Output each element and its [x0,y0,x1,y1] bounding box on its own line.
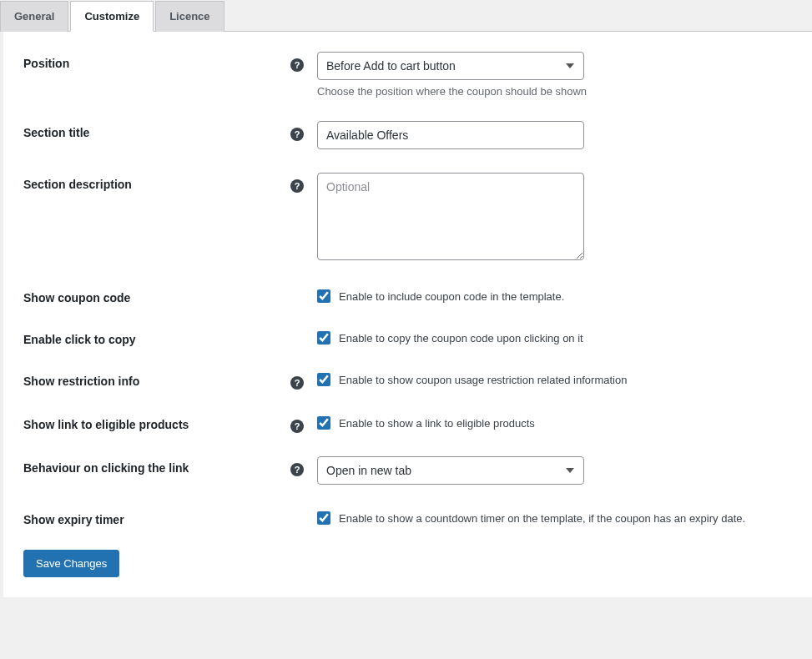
section-description-label: Section description [23,173,284,191]
restriction-info-checkbox[interactable] [317,373,330,386]
tab-customize[interactable]: Customize [70,1,154,32]
position-select[interactable]: Before Add to cart button [317,52,584,80]
show-coupon-code-label: Show coupon code [23,286,284,304]
link-behaviour-select[interactable]: Open in new tab [317,456,584,485]
position-description: Choose the position where the coupon sho… [317,85,792,98]
section-title-label: Section title [23,121,284,139]
help-icon[interactable]: ? [290,179,304,193]
tabs-container: General Customize Licence [0,0,812,32]
section-title-row: Section title ? [23,121,792,149]
section-description-row: Section description ? [23,173,792,263]
eligible-products-checkbox-label: Enable to show a link to eligible produc… [339,417,535,430]
submit-row: Save Changes [23,550,792,577]
expiry-timer-label: Show expiry timer [23,508,284,526]
eligible-products-label: Show link to eligible products [23,413,284,431]
restriction-info-label: Show restriction info [23,370,284,388]
eligible-products-row: Show link to eligible products ? Enable … [23,413,792,433]
help-icon[interactable]: ? [290,376,304,390]
show-coupon-code-checkbox[interactable] [317,289,330,303]
position-row: Position ? Before Add to cart button Cho… [23,52,792,98]
help-icon[interactable]: ? [290,58,304,72]
settings-panel: Position ? Before Add to cart button Cho… [3,32,812,597]
save-button[interactable]: Save Changes [23,550,119,577]
help-icon[interactable]: ? [290,128,304,141]
link-behaviour-label: Behaviour on clicking the link [23,456,284,475]
click-to-copy-label: Enable click to copy [23,328,284,346]
expiry-timer-row: Show expiry timer Enable to show a count… [23,508,792,526]
section-description-textarea[interactable] [317,173,584,260]
click-to-copy-checkbox-label: Enable to copy the coupon code upon clic… [339,332,583,345]
tab-general[interactable]: General [0,1,68,32]
expiry-timer-checkbox[interactable] [317,511,330,525]
help-icon[interactable]: ? [290,420,304,433]
click-to-copy-row: Enable click to copy Enable to copy the … [23,328,792,346]
eligible-products-checkbox[interactable] [317,416,330,430]
section-title-input[interactable] [317,121,584,149]
position-label: Position [23,52,284,70]
expiry-timer-checkbox-label: Enable to show a countdown timer on the … [339,512,745,525]
show-coupon-code-checkbox-label: Enable to include coupon code in the tem… [339,290,564,303]
show-coupon-code-row: Show coupon code Enable to include coupo… [23,286,792,304]
click-to-copy-checkbox[interactable] [317,331,330,345]
restriction-info-checkbox-label: Enable to show coupon usage restriction … [339,374,627,386]
restriction-info-row: Show restriction info ? Enable to show c… [23,370,792,390]
link-behaviour-row: Behaviour on clicking the link ? Open in… [23,456,792,485]
tab-licence[interactable]: Licence [155,1,224,32]
help-icon[interactable]: ? [290,463,304,476]
